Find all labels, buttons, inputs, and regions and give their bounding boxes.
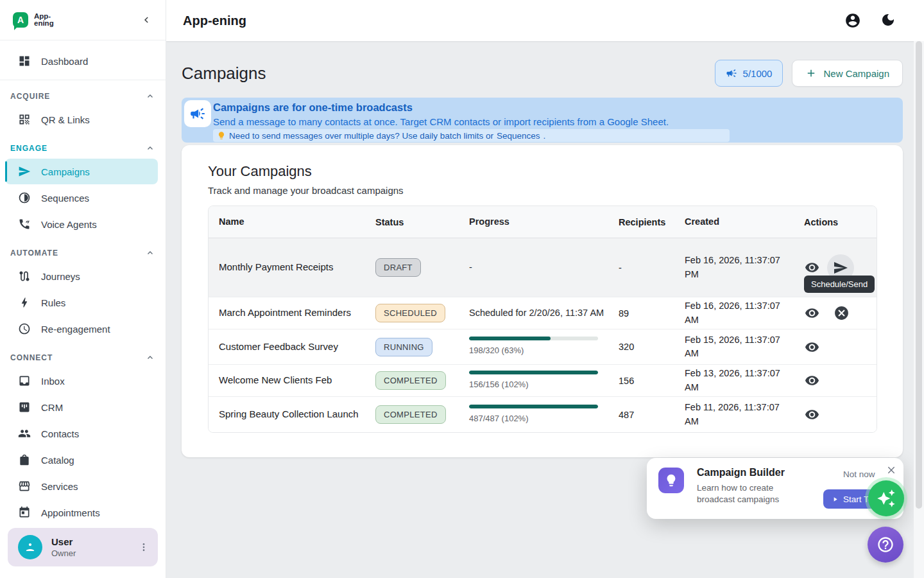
moon-icon bbox=[880, 12, 897, 28]
scrollbar-thumb[interactable] bbox=[916, 41, 922, 509]
sidebar-item-contacts[interactable]: Contacts bbox=[0, 421, 166, 446]
inbox-icon bbox=[18, 374, 31, 387]
sidebar-item-catalog[interactable]: Catalog bbox=[0, 447, 166, 473]
sidebar-item-appointments[interactable]: Appointments bbox=[0, 500, 166, 525]
send-icon bbox=[833, 260, 848, 276]
sidebar-item-label: Journeys bbox=[41, 271, 80, 282]
progress-text: 156/156 (102%) bbox=[469, 379, 608, 390]
sidebar-item-label: Dashboard bbox=[41, 56, 88, 67]
dark-mode-button[interactable] bbox=[880, 12, 897, 29]
sidebar-item-label: CRM bbox=[41, 402, 63, 413]
sidebar-item-inbox[interactable]: Inbox bbox=[0, 368, 166, 394]
sidebar-item-label: Services bbox=[41, 481, 78, 492]
sidebar-item-re-engagement[interactable]: Re-engagement bbox=[0, 316, 166, 342]
view-button[interactable] bbox=[804, 339, 819, 355]
created-cell: Feb 13, 2026, 11:37:07 AM bbox=[685, 367, 798, 394]
kanban-icon bbox=[18, 401, 31, 414]
sidebar: A App- ening Dashboard ACQUIRE QR & Link… bbox=[0, 0, 166, 578]
cancel-icon bbox=[834, 305, 850, 321]
storefront-icon bbox=[18, 480, 31, 493]
user-avatar bbox=[18, 535, 42, 559]
dashboard-icon bbox=[18, 55, 31, 67]
view-button[interactable] bbox=[804, 260, 819, 276]
sidebar-item-campaigns[interactable]: Campaigns bbox=[5, 159, 158, 184]
play-icon bbox=[832, 496, 839, 503]
user-meta: User Owner bbox=[51, 536, 76, 558]
campaigns-card: Your Campaigns Track and manage your bro… bbox=[182, 145, 903, 457]
sequences-link[interactable]: Sequences bbox=[497, 131, 540, 141]
sidebar-item-dashboard[interactable]: Dashboard bbox=[0, 48, 166, 74]
table-row[interactable]: Customer Feedback Survey RUNNING 198/320… bbox=[209, 329, 877, 365]
popup-icon-box bbox=[658, 468, 684, 493]
ai-assistant-fab[interactable] bbox=[868, 480, 904, 516]
sidebar-item-label: Re-engagement bbox=[41, 324, 110, 335]
sidebar-item-journeys[interactable]: Journeys bbox=[0, 263, 166, 289]
topbar: App-ening bbox=[166, 0, 924, 41]
table-row[interactable]: Spring Beauty Collection Launch COMPLETE… bbox=[209, 397, 877, 432]
bolt-icon bbox=[18, 296, 31, 309]
lightbulb-icon bbox=[664, 473, 678, 487]
clock-icon bbox=[18, 322, 31, 335]
app-title: App-ening bbox=[183, 13, 246, 28]
shopping-bag-icon bbox=[18, 453, 31, 466]
status-badge: COMPLETED bbox=[375, 371, 446, 390]
schedule-send-tooltip: Schedule/Send bbox=[804, 276, 875, 293]
user-panel: User Owner bbox=[0, 525, 166, 578]
section-connect[interactable]: CONNECT bbox=[0, 348, 166, 367]
view-button[interactable] bbox=[804, 306, 819, 321]
more-options-button[interactable] bbox=[139, 542, 149, 552]
campaign-name: Spring Beauty Collection Launch bbox=[209, 408, 375, 421]
sidebar-item-label: Appointments bbox=[41, 507, 100, 518]
sparkles-icon bbox=[877, 489, 896, 508]
sidebar-item-rules[interactable]: Rules bbox=[0, 290, 166, 315]
campaigns-table: Name Status Progress Recipients Created … bbox=[208, 206, 877, 433]
progress-bar-fill bbox=[469, 371, 598, 374]
brand-logo-icon: A bbox=[13, 12, 28, 28]
sidebar-item-qr-links[interactable]: QR & Links bbox=[0, 107, 166, 132]
user-name: User bbox=[51, 536, 76, 547]
view-button[interactable] bbox=[804, 407, 819, 423]
quota-badge[interactable]: 5/1000 bbox=[715, 60, 783, 87]
sidebar-item-crm[interactable]: CRM bbox=[0, 394, 166, 420]
close-popup-button[interactable] bbox=[884, 463, 898, 477]
brand-name: App- ening bbox=[34, 13, 54, 27]
brand-name-line2: ening bbox=[34, 20, 54, 27]
table-row[interactable]: Welcome New Clients Feb COMPLETED 156/15… bbox=[209, 365, 877, 397]
banner-tip-text: Need to send messages over multiple days… bbox=[229, 131, 493, 141]
phone-icon bbox=[18, 218, 31, 231]
brand-logo-letter: A bbox=[17, 15, 24, 25]
table-row[interactable]: March Appointment Reminders SCHEDULED Sc… bbox=[209, 297, 877, 329]
section-automate[interactable]: AUTOMATE bbox=[0, 243, 166, 263]
created-cell: Feb 11, 2026, 11:37:07 AM bbox=[685, 401, 798, 428]
sidebar-item-services[interactable]: Services bbox=[0, 473, 166, 499]
chevron-up-icon bbox=[146, 92, 154, 100]
view-button[interactable] bbox=[804, 373, 819, 389]
column-header-progress: Progress bbox=[469, 215, 619, 228]
table-row[interactable]: Monthly Payment Receipts DRAFT - - Feb 1… bbox=[209, 238, 877, 297]
qr-code-icon bbox=[18, 113, 31, 126]
help-fab[interactable] bbox=[868, 527, 903, 563]
account-button[interactable] bbox=[844, 12, 861, 29]
popup-subtitle: Learn how to create broadcast campaigns bbox=[697, 482, 800, 505]
cancel-button[interactable] bbox=[834, 306, 849, 321]
progress-cell: 198/320 (63%) bbox=[469, 337, 619, 356]
section-acquire[interactable]: ACQUIRE bbox=[0, 87, 166, 106]
sidebar-item-voice-agents[interactable]: Voice Agents bbox=[0, 211, 166, 237]
sidebar-item-sequences[interactable]: Sequences bbox=[0, 185, 166, 211]
new-campaign-button[interactable]: New Campaign bbox=[792, 60, 903, 87]
recipients-cell: 320 bbox=[619, 342, 685, 352]
progress-cell: - bbox=[469, 261, 619, 274]
sidebar-item-label: QR & Links bbox=[41, 114, 90, 125]
sidebar-item-label: Inbox bbox=[41, 376, 65, 387]
send-icon bbox=[18, 165, 31, 178]
sidebar-nav: Dashboard ACQUIRE QR & Links ENGAGE Camp… bbox=[0, 41, 166, 525]
user-card[interactable]: User Owner bbox=[8, 528, 158, 566]
campaign-name: Welcome New Clients Feb bbox=[209, 374, 375, 387]
not-now-button[interactable]: Not now bbox=[843, 469, 875, 479]
topbar-icons bbox=[844, 12, 897, 29]
user-role: Owner bbox=[51, 548, 76, 558]
sidebar-collapse-button[interactable] bbox=[139, 12, 155, 28]
progress-cell: Scheduled for 2/20/26, 11:37 AM bbox=[469, 306, 619, 319]
campaign-name: March Appointment Reminders bbox=[209, 306, 375, 319]
section-engage[interactable]: ENGAGE bbox=[0, 139, 166, 158]
